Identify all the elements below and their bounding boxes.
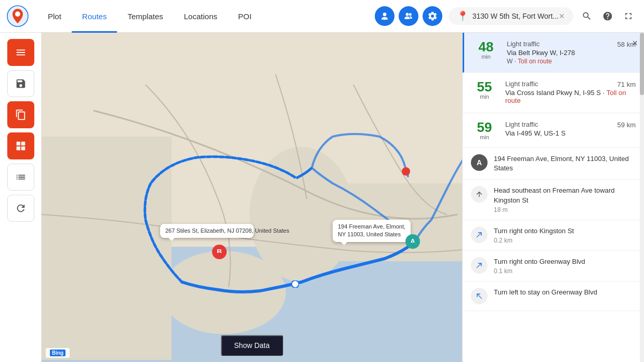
header: Plot Routes Templates Locations POI 📍 31… xyxy=(0,0,644,33)
pin-a: A xyxy=(405,234,420,255)
svg-point-16 xyxy=(402,167,410,176)
route-2-via: Via Cross Island Pkwy N, I-95 S · Toll o… xyxy=(505,89,636,104)
fullscreen-icon[interactable] xyxy=(619,7,638,25)
main-content: B 267 Stiles St, Elizabeth, NJ 07208, Un… xyxy=(0,33,644,362)
show-data-btn[interactable]: Show Data xyxy=(220,335,283,356)
bing-badge: Bing xyxy=(46,348,70,358)
route-pin-1 xyxy=(402,167,410,178)
direction-4-text: Turn left to stay on Greenway Blvd xyxy=(494,288,636,297)
direction-3-text: Turn right onto Greenway Blvd xyxy=(494,257,636,266)
route-2-dist: 71 km xyxy=(617,81,636,88)
nav-plot[interactable]: Plot xyxy=(37,0,72,33)
route-option-1[interactable]: 48 min Light traffic 58 km Via Belt Pkwy… xyxy=(463,33,644,73)
route-3-via: Via I-495 W, US-1 S xyxy=(505,129,636,137)
direction-1-text: Head southeast on Freeman Ave toward Kin… xyxy=(494,186,636,205)
svg-point-19 xyxy=(292,280,299,288)
map-roads-svg xyxy=(42,33,462,362)
list-btn[interactable] xyxy=(7,164,34,191)
route-1-via: Via Belt Pkwy W, I-278 xyxy=(507,49,636,57)
save-btn[interactable] xyxy=(7,70,34,97)
svg-rect-9 xyxy=(42,137,172,360)
route-1-traffic: Light traffic xyxy=(507,40,540,48)
map-area[interactable]: B 267 Stiles St, Elizabeth, NJ 07208, Un… xyxy=(42,33,462,362)
refresh-btn[interactable] xyxy=(7,195,34,222)
route-option-3[interactable]: 59 min Light traffic 59 km Via I-495 W, … xyxy=(463,113,644,148)
route-panel: × 48 min Light traffic 58 km Via Belt Pk… xyxy=(462,33,644,362)
direction-up-icon xyxy=(471,186,488,203)
start-icon: A xyxy=(471,154,488,171)
route-2-unit: min xyxy=(471,93,498,100)
route-3-dist: 59 km xyxy=(617,121,636,129)
direction-3: Turn right onto Greenway Blvd 0.1 km xyxy=(463,251,644,281)
bing-logo: Bing xyxy=(50,350,65,356)
scrollbar[interactable] xyxy=(640,33,644,362)
svg-rect-11 xyxy=(291,183,462,261)
help-icon[interactable] xyxy=(598,7,617,25)
person-pin-icon[interactable] xyxy=(375,6,395,26)
route-3-unit: min xyxy=(471,134,498,140)
search-icon[interactable] xyxy=(577,7,596,25)
map-background: B 267 Stiles St, Elizabeth, NJ 07208, Un… xyxy=(42,33,462,362)
nav-locations[interactable]: Locations xyxy=(174,0,228,33)
direction-4: Turn left to stay on Greenway Blvd xyxy=(463,281,644,311)
direction-3-dist: 0.1 km xyxy=(494,267,636,275)
main-nav: Plot Routes Templates Locations POI xyxy=(37,0,366,33)
svg-point-3 xyxy=(405,13,409,16)
settings-icon[interactable] xyxy=(423,6,442,26)
logo[interactable] xyxy=(6,5,29,28)
nav-routes[interactable]: Routes xyxy=(72,0,117,33)
direction-turn-right-2-icon xyxy=(471,257,488,274)
direction-turn-left-icon xyxy=(471,288,488,304)
route-2-traffic: Light traffic xyxy=(505,80,538,88)
nav-poi[interactable]: POI xyxy=(228,0,262,33)
scrollbar-thumb[interactable] xyxy=(640,33,644,95)
svg-point-4 xyxy=(409,13,412,16)
route-midpoint xyxy=(292,280,299,290)
direction-1: Head southeast on Freeman Ave toward Kin… xyxy=(463,180,644,220)
search-clear-icon[interactable]: ✕ xyxy=(559,12,565,20)
group-icon[interactable] xyxy=(399,6,418,26)
route-2-time: 55 xyxy=(471,80,498,93)
route-3-time: 59 xyxy=(471,120,498,134)
route-1-unit: min xyxy=(472,53,500,60)
direction-turn-right-icon xyxy=(471,226,488,243)
duplicate-btn[interactable] xyxy=(7,101,34,128)
direction-1-dist: 18 m xyxy=(494,206,636,213)
direction-2-dist: 0.2 km xyxy=(494,237,636,244)
nav-templates[interactable]: Templates xyxy=(117,0,173,33)
start-address: 194 Freeman Ave, Elmont, NY 11003, Unite… xyxy=(494,154,636,173)
grid-btn[interactable] xyxy=(7,132,34,159)
direction-2-text: Turn right onto Kingston St xyxy=(494,226,636,236)
route-1-time: 48 xyxy=(472,40,500,53)
location-icon: 📍 xyxy=(457,10,468,22)
panel-close-btn[interactable]: × xyxy=(632,38,638,49)
left-sidebar xyxy=(0,33,42,362)
svg-point-1 xyxy=(15,11,20,17)
pin-b: B xyxy=(212,245,227,265)
direction-2: Turn right onto Kingston St 0.2 km xyxy=(463,220,644,251)
route-3-traffic: Light traffic xyxy=(505,120,538,128)
route-option-2[interactable]: 55 min Light traffic 71 km Via Cross Isl… xyxy=(463,73,644,113)
menu-btn[interactable] xyxy=(7,39,34,66)
direction-start: A 194 Freeman Ave, Elmont, NY 11003, Uni… xyxy=(463,148,644,180)
search-bar[interactable]: 📍 3130 W 5th St, Fort Wort... ✕ xyxy=(449,7,573,25)
route-1-toll: W · Toll on route xyxy=(507,58,636,65)
svg-point-2 xyxy=(383,12,386,16)
header-right-icons xyxy=(577,7,638,25)
action-icons xyxy=(375,6,442,26)
search-value: 3130 W 5th St, Fort Wort... xyxy=(472,12,559,20)
